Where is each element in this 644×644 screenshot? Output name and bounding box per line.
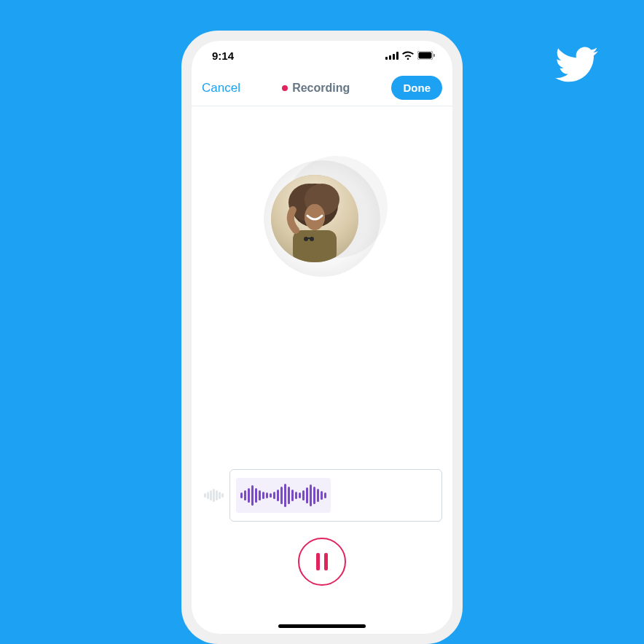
nav-bar: Cancel Recording Done bbox=[192, 70, 452, 106]
content-area bbox=[192, 106, 452, 634]
waveform-current-segment bbox=[236, 478, 331, 513]
waveform-current-box[interactable] bbox=[229, 469, 442, 522]
recording-status: Recording bbox=[282, 82, 350, 95]
waveform-area bbox=[202, 469, 442, 522]
svg-rect-5 bbox=[419, 52, 432, 58]
status-time: 9:14 bbox=[212, 50, 234, 62]
battery-full-icon bbox=[417, 50, 435, 62]
pause-button[interactable] bbox=[298, 538, 346, 586]
cancel-button[interactable]: Cancel bbox=[202, 81, 240, 95]
home-indicator bbox=[278, 624, 366, 628]
status-bar: 9:14 bbox=[192, 41, 452, 70]
svg-rect-2 bbox=[393, 54, 395, 60]
svg-rect-6 bbox=[433, 54, 435, 57]
svg-rect-3 bbox=[396, 52, 398, 60]
wifi-icon bbox=[402, 50, 414, 62]
avatar-pulse bbox=[264, 160, 380, 277]
recording-label: Recording bbox=[292, 82, 350, 95]
svg-rect-15 bbox=[307, 237, 310, 239]
pause-icon bbox=[316, 553, 320, 570]
waveform-previous-segment bbox=[202, 480, 224, 511]
pause-icon bbox=[324, 553, 328, 570]
user-avatar bbox=[271, 175, 358, 262]
done-button[interactable]: Done bbox=[391, 76, 442, 100]
svg-rect-1 bbox=[389, 55, 391, 60]
twitter-bird-icon bbox=[555, 42, 599, 79]
cellular-signal-icon bbox=[385, 50, 398, 62]
record-dot-icon bbox=[282, 85, 288, 91]
phone-frame: 9:14 Cancel Recording Done bbox=[181, 31, 463, 644]
svg-rect-0 bbox=[385, 57, 388, 60]
svg-rect-12 bbox=[293, 230, 337, 262]
phone-screen: 9:14 Cancel Recording Done bbox=[192, 41, 452, 634]
status-indicators bbox=[385, 50, 435, 62]
